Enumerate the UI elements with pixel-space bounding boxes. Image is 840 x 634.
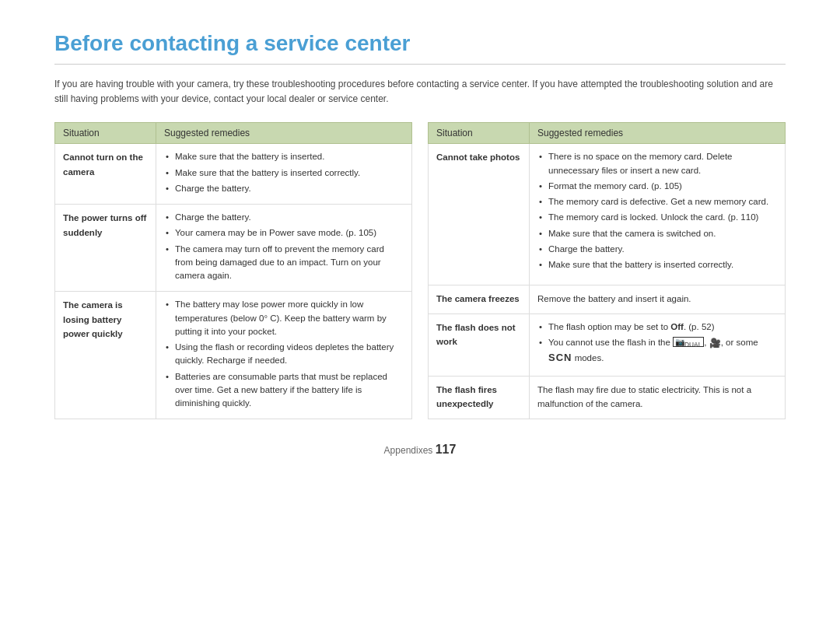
list-item: Format the memory card. (p. 105): [537, 180, 777, 193]
situation-cell: The power turns off suddenly: [55, 205, 156, 292]
situation-cell: The camera freezes: [429, 285, 530, 314]
list-item: Charge the battery.: [164, 182, 404, 195]
list-item: There is no space on the memory card. De…: [537, 150, 777, 177]
list-item: Make sure that the battery is inserted c…: [537, 258, 777, 271]
list-item: The memory card is defective. Get a new …: [537, 195, 777, 208]
left-col1-header: Situation: [55, 123, 156, 144]
list-item: Your camera may be in Power save mode. (…: [164, 226, 404, 240]
page-number: 117: [436, 443, 457, 456]
video-icon: 🎥: [709, 338, 721, 349]
table-row: Cannot take photos There is no space on …: [429, 144, 786, 285]
footer-label: Appendixes: [384, 445, 433, 456]
list-item: Charge the battery.: [164, 211, 404, 224]
dual-icon: 📷DUAL: [673, 337, 704, 347]
left-col2-header: Suggested remedies: [156, 123, 412, 144]
right-col1-header: Situation: [429, 123, 530, 144]
list-item: Make sure that the battery is inserted.: [164, 150, 404, 163]
remedies-cell: There is no space on the memory card. De…: [530, 144, 786, 285]
right-col2-header: Suggested remedies: [530, 123, 786, 144]
table-row: Cannot turn on the camera Make sure that…: [55, 144, 412, 205]
remedies-cell: The flash may fire due to static electri…: [530, 376, 786, 419]
situation-cell: The flash does not work: [429, 313, 530, 376]
list-item: Using the flash or recording videos depl…: [164, 341, 404, 368]
situation-cell: Cannot turn on the camera: [55, 144, 156, 205]
page-title: Before contacting a service center: [54, 31, 786, 65]
scn-text: SCN: [548, 352, 572, 363]
remedies-cell: Remove the battery and insert it again.: [530, 285, 786, 314]
list-item: The memory card is locked. Unlock the ca…: [537, 211, 777, 224]
situation-cell: The flash fires unexpectedly: [429, 376, 530, 419]
table-row: The camera freezes Remove the battery an…: [429, 285, 786, 314]
list-item: The battery may lose power more quickly …: [164, 298, 404, 338]
bold-off: Off: [670, 322, 684, 331]
table-row: The flash does not work The flash option…: [429, 313, 786, 376]
list-item: The flash option may be set to Off. (p. …: [537, 321, 777, 334]
list-item: Make sure that the battery is inserted c…: [164, 166, 404, 180]
intro-text: If you are having trouble with your came…: [54, 77, 786, 107]
remedies-cell: Charge the battery. Your camera may be i…: [156, 205, 412, 292]
remedies-cell: The battery may lose power more quickly …: [156, 292, 412, 419]
list-item: Charge the battery.: [537, 243, 777, 256]
remedies-cell: Make sure that the battery is inserted. …: [156, 144, 412, 205]
right-table: Situation Suggested remedies Cannot take…: [428, 122, 786, 419]
list-item: The camera may turn off to prevent the m…: [164, 243, 404, 283]
list-item: Batteries are consumable parts that must…: [164, 370, 404, 411]
footer: Appendixes 117: [54, 443, 786, 457]
situation-cell: The camera is losing battery power quick…: [55, 292, 156, 419]
left-table: Situation Suggested remedies Cannot turn…: [54, 122, 412, 419]
table-row: The flash fires unexpectedly The flash m…: [429, 376, 786, 419]
list-item: You cannot use the flash in the 📷DUAL, 🎥…: [537, 336, 777, 366]
situation-cell: Cannot take photos: [429, 144, 530, 285]
table-row: The power turns off suddenly Charge the …: [55, 205, 412, 292]
list-item: Make sure that the camera is switched on…: [537, 227, 777, 240]
table-row: The camera is losing battery power quick…: [55, 292, 412, 419]
tables-container: Situation Suggested remedies Cannot turn…: [54, 122, 786, 419]
remedies-cell: The flash option may be set to Off. (p. …: [530, 313, 786, 376]
